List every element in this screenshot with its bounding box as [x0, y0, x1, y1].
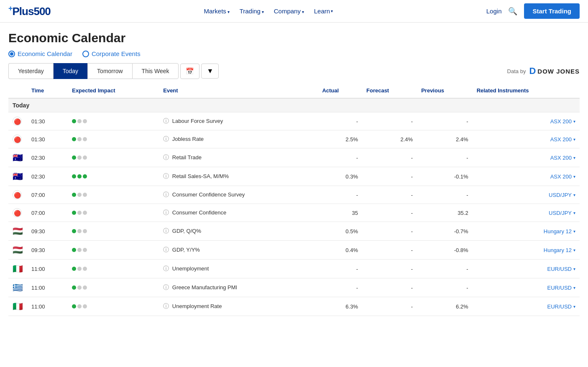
tab-yesterday[interactable]: Yesterday — [8, 63, 53, 79]
tab-today[interactable]: Today — [53, 63, 87, 79]
time-cell: 11:00 — [27, 278, 68, 297]
info-icon[interactable]: ⓘ — [163, 173, 169, 179]
forecast-cell: - — [362, 297, 417, 316]
actual-cell: 0.3% — [318, 167, 362, 186]
radio-tabs: Economic Calendar Corporate Events — [8, 50, 580, 57]
info-icon[interactable]: ⓘ — [163, 135, 169, 142]
chevron-down-icon[interactable]: ▾ — [573, 119, 575, 124]
forecast-cell: - — [362, 167, 417, 186]
active-dot — [72, 137, 76, 141]
event-cell: ⓘ Greece Manufacturing PMI — [159, 278, 318, 297]
info-icon[interactable]: ⓘ — [163, 154, 169, 161]
flag-cell: 🇮🇹 — [8, 260, 27, 278]
table-row: 🇬🇷 11:00 ⓘ Greece Manufacturing PMI - - … — [8, 278, 580, 297]
flag-cell: 🇭🇺 — [8, 241, 27, 260]
instrument-cell: USD/JPY ▾ — [473, 186, 580, 204]
dj-d: D — [529, 66, 536, 76]
chevron-down-icon[interactable]: ▾ — [573, 248, 575, 252]
forecast-cell: - — [362, 186, 417, 204]
instrument-cell: ASX 200 ▾ — [473, 167, 580, 186]
info-icon[interactable]: ⓘ — [163, 246, 169, 253]
actual-cell: - — [318, 260, 362, 278]
info-icon[interactable]: ⓘ — [163, 209, 169, 216]
nav-learn[interactable]: Learn — [314, 8, 333, 15]
instrument-link-label[interactable]: ASX 200 — [550, 118, 572, 125]
info-icon[interactable]: ⓘ — [163, 227, 169, 234]
instrument-cell: Hungary 12 ▾ — [473, 222, 580, 241]
impact-cell — [68, 241, 159, 260]
logo-plus: + — [8, 4, 13, 13]
actual-cell: - — [318, 148, 362, 167]
filter-icon-button[interactable]: ▼ — [201, 64, 219, 79]
table-row: 🇭🇺 09:30 ⓘ GDP, Y/Y% 0.4% - -0.8% Hungar… — [8, 241, 580, 260]
table-row: 🇭🇺 09:30 ⓘ GDP, Q/Q% 0.5% - -0.7% Hungar… — [8, 222, 580, 241]
instrument-link-label[interactable]: EUR/USD — [547, 266, 572, 272]
active-dot — [77, 174, 82, 178]
chevron-down-icon[interactable]: ▾ — [573, 193, 575, 197]
actual-cell: 2.5% — [318, 130, 362, 148]
time-cell: 09:30 — [27, 222, 68, 241]
instrument-link-label[interactable]: ASX 200 — [550, 173, 572, 180]
tab-this-week[interactable]: This Week — [132, 63, 179, 79]
impact-cell — [68, 204, 159, 222]
inactive-dot — [77, 285, 82, 290]
table-row: 🇦🇺 02:30 ⓘ Retail Sales-SA, M/M% 0.3% - … — [8, 167, 580, 186]
dj-logo: D DOW JONES — [529, 66, 580, 76]
impact-cell — [68, 148, 159, 167]
inactive-dot — [77, 155, 82, 160]
time-cell: 02:30 — [27, 167, 68, 186]
nav-company[interactable]: Company — [274, 8, 304, 15]
search-icon-button[interactable]: 🔍 — [508, 7, 517, 16]
data-by-section: Data by D DOW JONES — [507, 66, 580, 76]
forecast-cell: - — [362, 204, 417, 222]
chevron-down-icon[interactable]: ▾ — [573, 137, 575, 142]
actual-cell: 6.3% — [318, 297, 362, 316]
actual-cell: 0.5% — [318, 222, 362, 241]
instrument-link-label[interactable]: EUR/USD — [547, 303, 572, 310]
chevron-down-icon[interactable]: ▾ — [573, 229, 575, 234]
event-cell: ⓘ GDP, Y/Y% — [159, 241, 318, 260]
chevron-down-icon[interactable]: ▾ — [573, 285, 575, 290]
instrument-link-label[interactable]: USD/JPY — [549, 210, 572, 216]
instrument-link-label[interactable]: Hungary 12 — [544, 228, 572, 234]
event-cell: ⓘ Consumer Confidence — [159, 204, 318, 222]
time-cell: 02:30 — [27, 148, 68, 167]
chevron-down-icon[interactable]: ▾ — [573, 211, 575, 215]
instrument-link-label[interactable]: ASX 200 — [550, 155, 572, 161]
info-icon[interactable]: ⓘ — [163, 303, 169, 309]
login-button[interactable]: Login — [486, 8, 502, 15]
flag-cell: 🔴 — [8, 204, 27, 222]
tab-tomorrow[interactable]: Tomorrow — [87, 63, 132, 79]
event-name: Retail Sales-SA, M/M% — [172, 173, 229, 179]
active-dot — [72, 174, 76, 178]
forecast-cell: 2.4% — [362, 130, 417, 148]
radio-tab-economic[interactable]: Economic Calendar — [8, 50, 72, 57]
instrument-link-label[interactable]: EUR/USD — [547, 285, 572, 291]
chevron-down-icon[interactable]: ▾ — [573, 155, 575, 160]
info-icon[interactable]: ⓘ — [163, 284, 169, 291]
info-icon[interactable]: ⓘ — [163, 191, 169, 198]
radio-tab-corporate[interactable]: Corporate Events — [82, 50, 141, 57]
impact-cell — [68, 260, 159, 278]
inactive-dot — [77, 193, 82, 197]
forecast-cell: - — [362, 260, 417, 278]
info-icon[interactable]: ⓘ — [163, 117, 169, 124]
inactive-dot — [77, 304, 82, 308]
instrument-link-label[interactable]: Hungary 12 — [544, 247, 572, 253]
th-previous: Previous — [417, 83, 472, 98]
chevron-down-icon[interactable]: ▾ — [573, 267, 575, 271]
instrument-cell: USD/JPY ▾ — [473, 204, 580, 222]
active-dot — [72, 267, 76, 271]
table-row: 🔴 07:00 ⓘ Consumer Confidence 35 - 35.2 … — [8, 204, 580, 222]
nav-markets[interactable]: Markets — [204, 8, 230, 15]
instrument-link-label[interactable]: ASX 200 — [550, 136, 572, 143]
instrument-link-label[interactable]: USD/JPY — [549, 192, 572, 198]
info-icon[interactable]: ⓘ — [163, 265, 169, 272]
start-trading-button[interactable]: Start Trading — [524, 3, 580, 19]
data-by-label: Data by — [507, 68, 526, 74]
chevron-down-icon[interactable]: ▾ — [573, 304, 575, 309]
nav-trading[interactable]: Trading — [240, 8, 264, 15]
chevron-down-icon[interactable]: ▾ — [573, 174, 575, 179]
calendar-icon-button[interactable]: 📅 — [180, 64, 199, 79]
inactive-dot — [83, 155, 87, 160]
